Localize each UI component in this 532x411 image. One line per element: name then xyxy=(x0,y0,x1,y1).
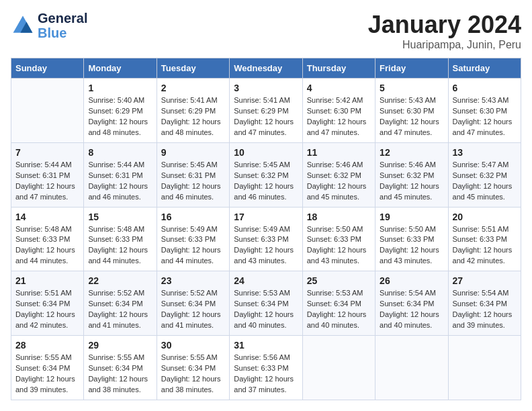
day-cell: 4Sunrise: 5:42 AM Sunset: 6:30 PM Daylig… xyxy=(302,79,375,143)
day-cell: 9Sunrise: 5:45 AM Sunset: 6:31 PM Daylig… xyxy=(157,142,229,207)
day-info: Sunrise: 5:56 AM Sunset: 6:33 PM Dayligh… xyxy=(234,353,298,396)
day-number: 19 xyxy=(380,212,443,222)
day-number: 16 xyxy=(161,212,225,222)
day-cell xyxy=(302,336,375,400)
day-number: 13 xyxy=(453,147,517,158)
day-number: 9 xyxy=(161,147,225,158)
day-number: 23 xyxy=(161,275,225,286)
day-info: Sunrise: 5:44 AM Sunset: 6:31 PM Dayligh… xyxy=(15,160,79,203)
day-number: 8 xyxy=(88,147,152,158)
day-info: Sunrise: 5:41 AM Sunset: 6:29 PM Dayligh… xyxy=(234,95,298,138)
day-cell: 16Sunrise: 5:49 AM Sunset: 6:33 PM Dayli… xyxy=(157,207,229,271)
day-cell: 10Sunrise: 5:45 AM Sunset: 6:32 PM Dayli… xyxy=(230,142,302,207)
header-cell-wednesday: Wednesday xyxy=(230,58,302,79)
day-info: Sunrise: 5:49 AM Sunset: 6:33 PM Dayligh… xyxy=(234,224,298,267)
week-row-2: 7Sunrise: 5:44 AM Sunset: 6:31 PM Daylig… xyxy=(11,142,521,207)
day-cell: 11Sunrise: 5:46 AM Sunset: 6:32 PM Dayli… xyxy=(302,142,375,207)
day-number: 25 xyxy=(307,275,371,286)
week-row-1: 1Sunrise: 5:40 AM Sunset: 6:29 PM Daylig… xyxy=(11,79,521,143)
day-cell: 31Sunrise: 5:56 AM Sunset: 6:33 PM Dayli… xyxy=(230,336,302,400)
day-info: Sunrise: 5:55 AM Sunset: 6:34 PM Dayligh… xyxy=(161,353,225,396)
day-number: 2 xyxy=(161,83,225,93)
day-number: 15 xyxy=(88,212,152,222)
day-cell: 8Sunrise: 5:44 AM Sunset: 6:31 PM Daylig… xyxy=(84,142,157,207)
day-cell xyxy=(11,79,84,143)
day-info: Sunrise: 5:46 AM Sunset: 6:32 PM Dayligh… xyxy=(307,160,371,203)
day-info: Sunrise: 5:53 AM Sunset: 6:34 PM Dayligh… xyxy=(234,288,298,331)
day-number: 27 xyxy=(453,275,517,286)
day-cell: 23Sunrise: 5:52 AM Sunset: 6:34 PM Dayli… xyxy=(157,271,229,336)
day-cell: 22Sunrise: 5:52 AM Sunset: 6:34 PM Dayli… xyxy=(84,271,157,336)
day-info: Sunrise: 5:43 AM Sunset: 6:30 PM Dayligh… xyxy=(380,95,443,138)
day-cell: 5Sunrise: 5:43 AM Sunset: 6:30 PM Daylig… xyxy=(375,79,448,143)
day-info: Sunrise: 5:50 AM Sunset: 6:33 PM Dayligh… xyxy=(380,224,443,267)
day-number: 3 xyxy=(234,83,298,93)
week-row-3: 14Sunrise: 5:48 AM Sunset: 6:33 PM Dayli… xyxy=(11,207,521,271)
day-cell: 14Sunrise: 5:48 AM Sunset: 6:33 PM Dayli… xyxy=(11,207,84,271)
day-number: 6 xyxy=(453,83,517,93)
day-number: 28 xyxy=(15,340,79,351)
day-info: Sunrise: 5:48 AM Sunset: 6:33 PM Dayligh… xyxy=(15,224,79,267)
day-number: 31 xyxy=(234,340,298,351)
day-number: 5 xyxy=(380,83,443,93)
day-number: 1 xyxy=(88,83,152,93)
day-info: Sunrise: 5:52 AM Sunset: 6:34 PM Dayligh… xyxy=(161,288,225,331)
day-number: 12 xyxy=(380,147,443,158)
day-info: Sunrise: 5:41 AM Sunset: 6:29 PM Dayligh… xyxy=(161,95,225,138)
week-row-5: 28Sunrise: 5:55 AM Sunset: 6:34 PM Dayli… xyxy=(11,336,521,400)
day-info: Sunrise: 5:49 AM Sunset: 6:33 PM Dayligh… xyxy=(161,224,225,267)
subtitle: Huaripampa, Junin, Peru xyxy=(368,39,521,51)
day-info: Sunrise: 5:45 AM Sunset: 6:31 PM Dayligh… xyxy=(161,160,225,203)
calendar-table: SundayMondayTuesdayWednesdayThursdayFrid… xyxy=(11,58,521,400)
day-info: Sunrise: 5:54 AM Sunset: 6:34 PM Dayligh… xyxy=(453,288,517,331)
day-number: 7 xyxy=(15,147,79,158)
day-info: Sunrise: 5:51 AM Sunset: 6:33 PM Dayligh… xyxy=(453,224,517,267)
logo: General Blue xyxy=(11,11,87,40)
header-cell-saturday: Saturday xyxy=(448,58,521,79)
day-cell: 19Sunrise: 5:50 AM Sunset: 6:33 PM Dayli… xyxy=(375,207,448,271)
header-cell-monday: Monday xyxy=(84,58,157,79)
day-info: Sunrise: 5:40 AM Sunset: 6:29 PM Dayligh… xyxy=(88,95,152,138)
logo-text: General Blue xyxy=(38,11,87,40)
day-cell: 3Sunrise: 5:41 AM Sunset: 6:29 PM Daylig… xyxy=(230,79,302,143)
header-cell-tuesday: Tuesday xyxy=(157,58,229,79)
day-cell xyxy=(448,336,521,400)
day-number: 24 xyxy=(234,275,298,286)
day-number: 4 xyxy=(307,83,371,93)
day-info: Sunrise: 5:48 AM Sunset: 6:33 PM Dayligh… xyxy=(88,224,152,267)
week-row-4: 21Sunrise: 5:51 AM Sunset: 6:34 PM Dayli… xyxy=(11,271,521,336)
day-cell: 17Sunrise: 5:49 AM Sunset: 6:33 PM Dayli… xyxy=(230,207,302,271)
day-cell: 21Sunrise: 5:51 AM Sunset: 6:34 PM Dayli… xyxy=(11,271,84,336)
day-cell: 24Sunrise: 5:53 AM Sunset: 6:34 PM Dayli… xyxy=(230,271,302,336)
day-info: Sunrise: 5:47 AM Sunset: 6:32 PM Dayligh… xyxy=(453,160,517,203)
day-cell: 18Sunrise: 5:50 AM Sunset: 6:33 PM Dayli… xyxy=(302,207,375,271)
day-info: Sunrise: 5:55 AM Sunset: 6:34 PM Dayligh… xyxy=(15,353,79,396)
day-cell xyxy=(375,336,448,400)
day-info: Sunrise: 5:54 AM Sunset: 6:34 PM Dayligh… xyxy=(380,288,443,331)
header-cell-sunday: Sunday xyxy=(11,58,84,79)
day-cell: 25Sunrise: 5:53 AM Sunset: 6:34 PM Dayli… xyxy=(302,271,375,336)
day-number: 26 xyxy=(380,275,443,286)
day-number: 11 xyxy=(307,147,371,158)
day-cell: 1Sunrise: 5:40 AM Sunset: 6:29 PM Daylig… xyxy=(84,79,157,143)
day-info: Sunrise: 5:45 AM Sunset: 6:32 PM Dayligh… xyxy=(234,160,298,203)
day-info: Sunrise: 5:50 AM Sunset: 6:33 PM Dayligh… xyxy=(307,224,371,267)
day-cell: 15Sunrise: 5:48 AM Sunset: 6:33 PM Dayli… xyxy=(84,207,157,271)
day-number: 22 xyxy=(88,275,152,286)
main-title: January 2024 xyxy=(368,11,521,39)
day-number: 30 xyxy=(161,340,225,351)
day-cell: 13Sunrise: 5:47 AM Sunset: 6:32 PM Dayli… xyxy=(448,142,521,207)
day-info: Sunrise: 5:43 AM Sunset: 6:30 PM Dayligh… xyxy=(453,95,517,138)
logo-icon xyxy=(11,13,35,38)
day-number: 29 xyxy=(88,340,152,351)
day-number: 21 xyxy=(15,275,79,286)
day-info: Sunrise: 5:46 AM Sunset: 6:32 PM Dayligh… xyxy=(380,160,443,203)
page-header: General Blue January 2024 Huaripampa, Ju… xyxy=(11,11,521,51)
day-cell: 29Sunrise: 5:55 AM Sunset: 6:34 PM Dayli… xyxy=(84,336,157,400)
day-cell: 7Sunrise: 5:44 AM Sunset: 6:31 PM Daylig… xyxy=(11,142,84,207)
header-row: SundayMondayTuesdayWednesdayThursdayFrid… xyxy=(11,58,521,79)
day-cell: 28Sunrise: 5:55 AM Sunset: 6:34 PM Dayli… xyxy=(11,336,84,400)
day-info: Sunrise: 5:51 AM Sunset: 6:34 PM Dayligh… xyxy=(15,288,79,331)
day-cell: 20Sunrise: 5:51 AM Sunset: 6:33 PM Dayli… xyxy=(448,207,521,271)
day-cell: 6Sunrise: 5:43 AM Sunset: 6:30 PM Daylig… xyxy=(448,79,521,143)
